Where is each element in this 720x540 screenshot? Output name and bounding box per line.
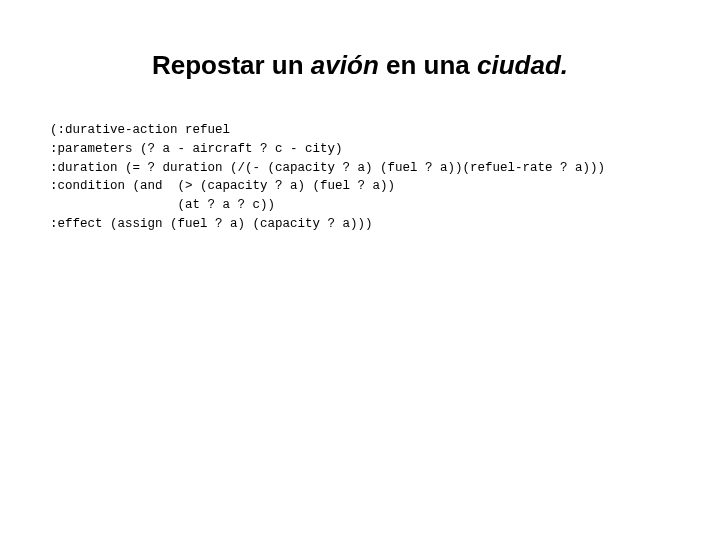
slide-container: Repostar un avión en una ciudad. (:durat… [0,0,720,540]
code-block: (:durative-action refuel :parameters (? … [50,121,670,234]
title-bold-1: Repostar [152,50,265,80]
title-plain-1: un [265,50,311,80]
title-plain-2: en una [379,50,477,80]
code-line-1: (:durative-action refuel [50,123,230,137]
title-italic-1: avión [311,50,379,80]
code-line-6: :effect (assign (fuel ? a) (capacity ? a… [50,217,373,231]
code-line-2: :parameters (? a - aircraft ? c - city) [50,142,343,156]
code-line-4: :condition (and (> (capacity ? a) (fuel … [50,179,395,193]
code-line-5: (at ? a ? c)) [50,198,275,212]
title-italic-2: ciudad. [477,50,568,80]
slide-title: Repostar un avión en una ciudad. [50,50,670,81]
code-line-3: :duration (= ? duration (/(- (capacity ?… [50,161,605,175]
